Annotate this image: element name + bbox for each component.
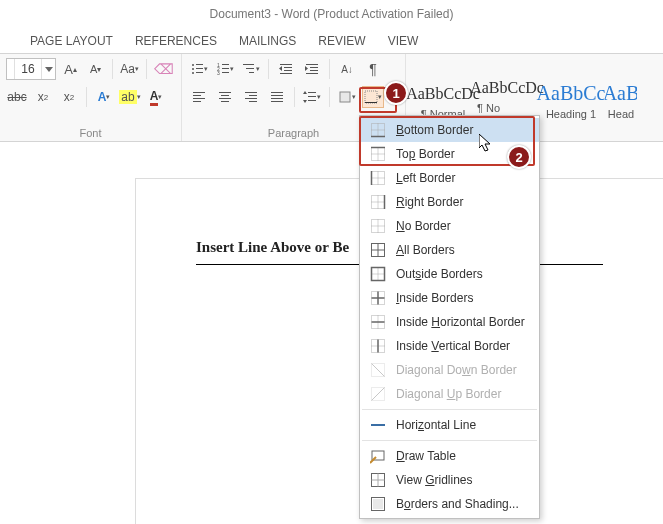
line-spacing-icon[interactable]: ▾	[301, 86, 323, 108]
tab-page-layout[interactable]: PAGE LAYOUT	[30, 34, 113, 48]
menu-item-gridlines[interactable]: View Gridlines	[360, 468, 539, 492]
svg-rect-27	[193, 95, 201, 96]
tab-review[interactable]: REVIEW	[318, 34, 365, 48]
svg-rect-7	[222, 64, 229, 65]
show-marks-icon[interactable]: ¶	[362, 58, 384, 80]
menu-item-label: Bottom Border	[396, 123, 473, 137]
align-left-icon[interactable]	[188, 86, 210, 108]
clear-formatting-icon[interactable]: ⌫	[153, 58, 175, 80]
menu-item-hline[interactable]: Horizontal Line	[360, 413, 539, 437]
tab-references[interactable]: REFERENCES	[135, 34, 217, 48]
svg-rect-39	[271, 95, 283, 96]
menu-item-label: Horizontal Line	[396, 418, 476, 432]
subscript-icon[interactable]: x2	[32, 86, 54, 108]
svg-rect-31	[221, 95, 229, 96]
menu-item-draw[interactable]: Draw Table	[360, 444, 539, 468]
ribbon-tabs: PAGE LAYOUT REFERENCES MAILINGS REVIEW V…	[0, 28, 663, 54]
group-font: 16 A▴ A▾ Aa▾ ⌫ abc x2 x2 A▾ ab▾ A▾ Font	[0, 54, 182, 141]
menu-item-label: Right Border	[396, 195, 463, 209]
text-effects-icon[interactable]: A▾	[93, 86, 115, 108]
svg-rect-35	[249, 95, 257, 96]
svg-point-0	[192, 64, 194, 66]
menu-item-all[interactable]: All Borders	[360, 238, 539, 262]
menu-item-insideh[interactable]: Inside Horizontal Border	[360, 310, 539, 334]
shading-icon[interactable]: ▾	[336, 86, 358, 108]
shrink-font-icon[interactable]: A▾	[85, 58, 106, 80]
font-size-combo[interactable]: 16	[6, 58, 56, 80]
menu-item-label: No Border	[396, 219, 451, 233]
border-outside-icon	[370, 266, 386, 282]
svg-rect-41	[271, 101, 283, 102]
style-heading-clipped[interactable]: AaB Head	[604, 58, 638, 141]
menu-item-label: Draw Table	[396, 449, 456, 463]
svg-rect-29	[193, 101, 201, 102]
multilevel-list-icon[interactable]: ▾	[240, 58, 262, 80]
style-heading1[interactable]: AaBbCc Heading 1	[540, 58, 602, 141]
svg-rect-9	[222, 68, 229, 69]
justify-icon[interactable]	[266, 86, 288, 108]
menu-item-insidev[interactable]: Inside Vertical Border	[360, 334, 539, 358]
menu-item-left[interactable]: Left Border	[360, 166, 539, 190]
svg-text:3: 3	[217, 70, 220, 76]
align-right-icon[interactable]	[240, 86, 262, 108]
menu-item-inside[interactable]: Inside Borders	[360, 286, 539, 310]
svg-rect-30	[219, 92, 231, 93]
menu-separator	[362, 409, 537, 410]
svg-rect-3	[196, 68, 203, 69]
menu-item-shading[interactable]: Borders and Shading...	[360, 492, 539, 516]
svg-rect-44	[308, 100, 316, 101]
superscript-icon[interactable]: x2	[58, 86, 80, 108]
borders-button[interactable]: ▾	[362, 86, 384, 108]
menu-item-top[interactable]: Top Border	[360, 142, 539, 166]
menu-item-diagdown: Diagonal Down Border	[360, 358, 539, 382]
numbering-icon[interactable]: 123▾	[214, 58, 236, 80]
font-color-icon[interactable]: A▾	[145, 86, 167, 108]
svg-rect-37	[249, 101, 257, 102]
border-inside-h-icon	[370, 314, 386, 330]
svg-rect-38	[271, 92, 283, 93]
grow-font-icon[interactable]: A▴	[60, 58, 81, 80]
svg-marker-25	[305, 66, 308, 71]
menu-item-label: Inside Vertical Border	[396, 339, 510, 353]
tab-mailings[interactable]: MAILINGS	[239, 34, 296, 48]
border-all-icon	[370, 242, 386, 258]
decrease-indent-icon[interactable]	[275, 58, 297, 80]
menu-item-none[interactable]: No Border	[360, 214, 539, 238]
menu-item-label: Diagonal Down Border	[396, 363, 517, 377]
menu-item-label: Inside Horizontal Border	[396, 315, 525, 329]
menu-item-label: Outside Borders	[396, 267, 483, 281]
align-center-icon[interactable]	[214, 86, 236, 108]
increase-indent-icon[interactable]	[301, 58, 323, 80]
title-bar: Document3 - Word (Product Activation Fai…	[0, 0, 663, 28]
svg-line-85	[372, 364, 385, 377]
menu-item-label: View Gridlines	[396, 473, 473, 487]
menu-item-outside[interactable]: Outside Borders	[360, 262, 539, 286]
svg-rect-13	[246, 68, 254, 69]
bullets-icon[interactable]: ▾	[188, 58, 210, 80]
svg-rect-21	[306, 64, 318, 65]
change-case-icon[interactable]: Aa▾	[119, 58, 140, 80]
svg-rect-11	[222, 72, 229, 73]
border-top-icon	[370, 146, 386, 162]
tab-view[interactable]: VIEW	[388, 34, 419, 48]
highlight-icon[interactable]: ab▾	[119, 86, 141, 108]
menu-item-right[interactable]: Right Border	[360, 190, 539, 214]
svg-rect-43	[308, 96, 316, 97]
menu-item-bottom[interactable]: Bottom Border	[360, 118, 539, 142]
svg-rect-18	[280, 73, 292, 74]
draw-table-icon	[370, 448, 386, 464]
chevron-down-icon[interactable]	[41, 59, 55, 79]
svg-rect-28	[193, 98, 205, 99]
border-inside-icon	[370, 290, 386, 306]
sort-icon[interactable]: A↓	[336, 58, 358, 80]
svg-rect-95	[373, 499, 383, 509]
svg-point-4	[192, 72, 194, 74]
strikethrough-icon[interactable]: abc	[6, 86, 28, 108]
svg-point-2	[192, 68, 194, 70]
svg-rect-36	[245, 98, 257, 99]
svg-rect-49	[365, 102, 377, 103]
gridlines-icon	[370, 472, 386, 488]
svg-marker-20	[279, 66, 282, 71]
svg-rect-17	[284, 70, 292, 71]
svg-rect-16	[284, 67, 292, 68]
